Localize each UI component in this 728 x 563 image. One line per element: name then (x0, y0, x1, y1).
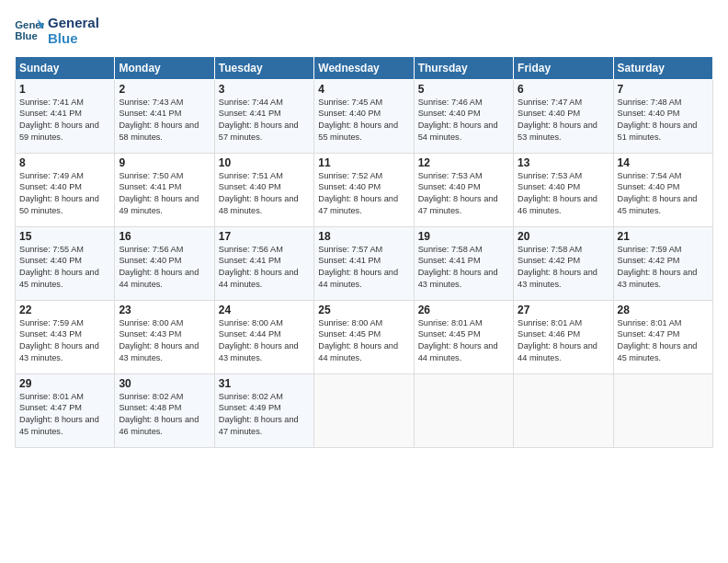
cell-sunrise: Sunrise: 7:47 AMSunset: 4:40 PMDaylight:… (518, 98, 597, 143)
calendar-week-row: 15Sunrise: 7:55 AMSunset: 4:40 PMDayligh… (16, 226, 713, 300)
table-row: 27Sunrise: 8:01 AMSunset: 4:46 PMDayligh… (514, 300, 613, 373)
cell-sunrise: Sunrise: 7:56 AMSunset: 4:41 PMDaylight:… (219, 245, 299, 290)
calendar-week-row: 22Sunrise: 7:59 AMSunset: 4:43 PMDayligh… (16, 300, 713, 373)
cell-sunrise: Sunrise: 8:00 AMSunset: 4:45 PMDaylight:… (318, 318, 398, 363)
day-number: 29 (19, 377, 110, 390)
table-row: 13Sunrise: 7:53 AMSunset: 4:40 PMDayligh… (514, 153, 613, 226)
cell-sunrise: Sunrise: 7:50 AMSunset: 4:41 PMDaylight:… (119, 171, 199, 216)
table-row: 7Sunrise: 7:48 AMSunset: 4:40 PMDaylight… (613, 79, 712, 153)
cell-sunrise: Sunrise: 7:53 AMSunset: 4:40 PMDaylight:… (418, 171, 498, 216)
day-number: 8 (19, 156, 110, 169)
table-row: 20Sunrise: 7:58 AMSunset: 4:42 PMDayligh… (514, 226, 613, 300)
table-row: 2Sunrise: 7:43 AMSunset: 4:41 PMDaylight… (115, 79, 214, 153)
day-number: 30 (119, 377, 210, 390)
day-number: 20 (518, 230, 609, 243)
day-number: 10 (219, 156, 310, 169)
col-friday: Friday (514, 56, 613, 79)
col-thursday: Thursday (414, 56, 513, 79)
cell-sunrise: Sunrise: 8:00 AMSunset: 4:44 PMDaylight:… (219, 318, 299, 363)
cell-sunrise: Sunrise: 7:58 AMSunset: 4:41 PMDaylight:… (418, 245, 498, 290)
calendar-week-row: 29Sunrise: 8:01 AMSunset: 4:47 PMDayligh… (16, 373, 713, 447)
cell-sunrise: Sunrise: 7:41 AMSunset: 4:41 PMDaylight:… (19, 98, 99, 143)
table-row: 15Sunrise: 7:55 AMSunset: 4:40 PMDayligh… (16, 226, 115, 300)
cell-sunrise: Sunrise: 7:54 AMSunset: 4:40 PMDaylight:… (618, 171, 698, 216)
day-number: 4 (318, 83, 409, 96)
table-row: 5Sunrise: 7:46 AMSunset: 4:40 PMDaylight… (414, 79, 513, 153)
table-row: 1Sunrise: 7:41 AMSunset: 4:41 PMDaylight… (16, 79, 115, 153)
table-row: 14Sunrise: 7:54 AMSunset: 4:40 PMDayligh… (613, 153, 712, 226)
table-row: 24Sunrise: 8:00 AMSunset: 4:44 PMDayligh… (214, 300, 313, 373)
table-row: 8Sunrise: 7:49 AMSunset: 4:40 PMDaylight… (16, 153, 115, 226)
cell-sunrise: Sunrise: 7:46 AMSunset: 4:40 PMDaylight:… (418, 98, 498, 143)
table-row: 22Sunrise: 7:59 AMSunset: 4:43 PMDayligh… (16, 300, 115, 373)
table-row (514, 373, 613, 447)
cell-sunrise: Sunrise: 7:56 AMSunset: 4:40 PMDaylight:… (119, 245, 199, 290)
table-row: 18Sunrise: 7:57 AMSunset: 4:41 PMDayligh… (314, 226, 414, 300)
table-row: 31Sunrise: 8:02 AMSunset: 4:49 PMDayligh… (214, 373, 313, 447)
cell-sunrise: Sunrise: 7:59 AMSunset: 4:43 PMDaylight:… (19, 318, 99, 363)
day-number: 5 (418, 83, 509, 96)
cell-sunrise: Sunrise: 7:45 AMSunset: 4:40 PMDaylight:… (318, 98, 398, 143)
cell-sunrise: Sunrise: 7:58 AMSunset: 4:42 PMDaylight:… (518, 245, 597, 290)
day-number: 9 (119, 156, 210, 169)
cell-sunrise: Sunrise: 8:01 AMSunset: 4:46 PMDaylight:… (518, 318, 597, 363)
day-number: 19 (418, 230, 509, 243)
logo-icon: General Blue (15, 17, 44, 43)
table-row: 4Sunrise: 7:45 AMSunset: 4:40 PMDaylight… (314, 79, 414, 153)
cell-sunrise: Sunrise: 7:57 AMSunset: 4:41 PMDaylight:… (318, 245, 398, 290)
day-number: 14 (618, 156, 709, 169)
logo-text-general: General (48, 15, 99, 30)
day-number: 12 (418, 156, 509, 169)
day-number: 13 (518, 156, 609, 169)
col-saturday: Saturday (613, 56, 712, 79)
cell-sunrise: Sunrise: 8:02 AMSunset: 4:48 PMDaylight:… (119, 392, 199, 437)
logo: General Blue General Blue (15, 15, 99, 47)
cell-sunrise: Sunrise: 7:59 AMSunset: 4:42 PMDaylight:… (618, 245, 698, 290)
calendar-week-row: 1Sunrise: 7:41 AMSunset: 4:41 PMDaylight… (16, 79, 713, 153)
day-number: 21 (618, 230, 709, 243)
day-number: 28 (618, 304, 709, 316)
table-row: 11Sunrise: 7:52 AMSunset: 4:40 PMDayligh… (314, 153, 414, 226)
table-row: 6Sunrise: 7:47 AMSunset: 4:40 PMDaylight… (514, 79, 613, 153)
day-number: 31 (219, 377, 310, 390)
day-number: 6 (518, 83, 609, 96)
table-row: 16Sunrise: 7:56 AMSunset: 4:40 PMDayligh… (115, 226, 214, 300)
svg-text:Blue: Blue (15, 30, 38, 41)
table-row: 21Sunrise: 7:59 AMSunset: 4:42 PMDayligh… (613, 226, 712, 300)
cell-sunrise: Sunrise: 8:01 AMSunset: 4:45 PMDaylight:… (418, 318, 498, 363)
cell-sunrise: Sunrise: 7:53 AMSunset: 4:40 PMDaylight:… (518, 171, 597, 216)
day-number: 27 (518, 304, 609, 316)
table-row: 9Sunrise: 7:50 AMSunset: 4:41 PMDaylight… (115, 153, 214, 226)
day-number: 26 (418, 304, 509, 316)
table-row: 19Sunrise: 7:58 AMSunset: 4:41 PMDayligh… (414, 226, 513, 300)
calendar-week-row: 8Sunrise: 7:49 AMSunset: 4:40 PMDaylight… (16, 153, 713, 226)
logo-text-blue: Blue (48, 30, 99, 46)
table-row: 23Sunrise: 8:00 AMSunset: 4:43 PMDayligh… (115, 300, 214, 373)
day-number: 22 (19, 304, 110, 316)
day-number: 17 (219, 230, 310, 243)
table-row: 17Sunrise: 7:56 AMSunset: 4:41 PMDayligh… (214, 226, 313, 300)
calendar-table: Sunday Monday Tuesday Wednesday Thursday… (15, 56, 713, 448)
cell-sunrise: Sunrise: 7:48 AMSunset: 4:40 PMDaylight:… (618, 98, 698, 143)
day-number: 3 (219, 83, 310, 96)
cell-sunrise: Sunrise: 7:52 AMSunset: 4:40 PMDaylight:… (318, 171, 398, 216)
cell-sunrise: Sunrise: 7:51 AMSunset: 4:40 PMDaylight:… (219, 171, 299, 216)
table-row: 10Sunrise: 7:51 AMSunset: 4:40 PMDayligh… (214, 153, 313, 226)
col-wednesday: Wednesday (314, 56, 414, 79)
col-sunday: Sunday (16, 56, 115, 79)
table-row: 30Sunrise: 8:02 AMSunset: 4:48 PMDayligh… (115, 373, 214, 447)
day-number: 11 (318, 156, 409, 169)
cell-sunrise: Sunrise: 7:49 AMSunset: 4:40 PMDaylight:… (19, 171, 99, 216)
col-monday: Monday (115, 56, 214, 79)
cell-sunrise: Sunrise: 8:02 AMSunset: 4:49 PMDaylight:… (219, 392, 299, 437)
table-row (613, 373, 712, 447)
cell-sunrise: Sunrise: 8:01 AMSunset: 4:47 PMDaylight:… (618, 318, 698, 363)
day-number: 25 (318, 304, 409, 316)
day-number: 7 (618, 83, 709, 96)
cell-sunrise: Sunrise: 8:00 AMSunset: 4:43 PMDaylight:… (119, 318, 199, 363)
table-row: 26Sunrise: 8:01 AMSunset: 4:45 PMDayligh… (414, 300, 513, 373)
table-row (314, 373, 414, 447)
cell-sunrise: Sunrise: 7:55 AMSunset: 4:40 PMDaylight:… (19, 245, 99, 290)
table-row: 28Sunrise: 8:01 AMSunset: 4:47 PMDayligh… (613, 300, 712, 373)
day-number: 18 (318, 230, 409, 243)
